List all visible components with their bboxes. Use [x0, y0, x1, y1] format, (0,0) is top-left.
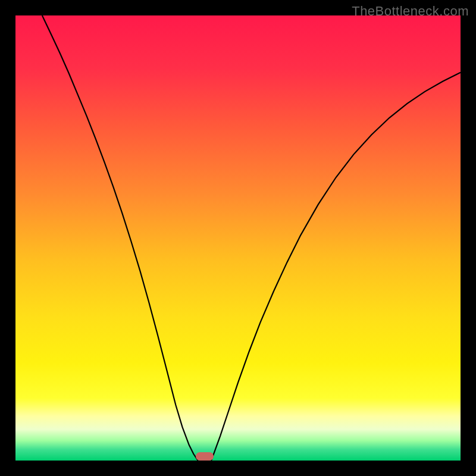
plot-area: [15, 15, 461, 461]
bottleneck-curve: [15, 15, 461, 461]
curve-right-branch: [211, 73, 461, 461]
curve-left-branch: [42, 15, 198, 461]
minimum-marker: [196, 452, 214, 461]
watermark-text: TheBottleneck.com: [352, 4, 469, 19]
